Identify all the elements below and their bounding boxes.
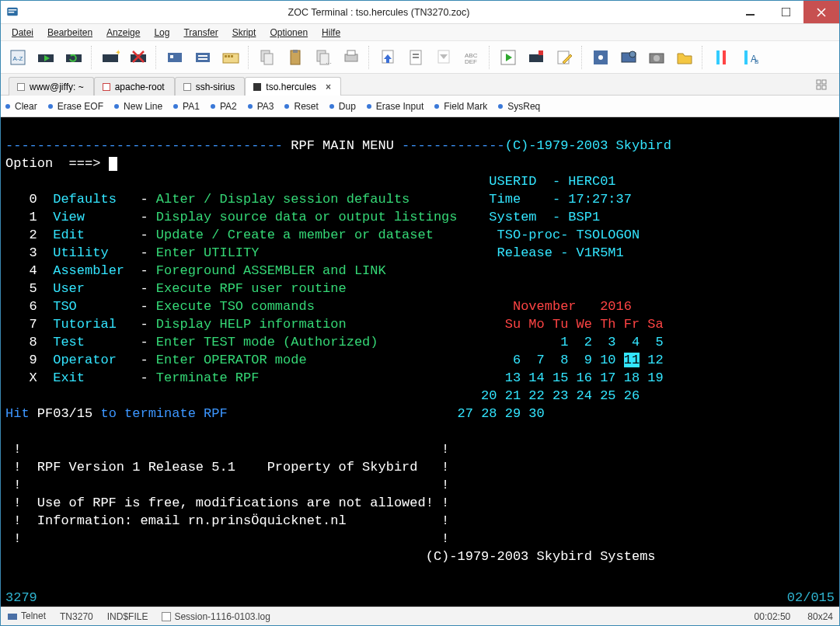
svg-rect-17: [198, 58, 207, 60]
qb-pa1[interactable]: PA1: [173, 101, 200, 112]
qb-sysreq[interactable]: SysReq: [498, 101, 540, 112]
download-button[interactable]: [375, 45, 400, 70]
qb-reset[interactable]: Reset: [284, 101, 318, 112]
print-button[interactable]: [339, 45, 364, 70]
tab-apache-root[interactable]: apache-root: [94, 77, 175, 96]
quickbar: Clear Erase EOF New Line PA1 PA2 PA3 Res…: [1, 96, 839, 117]
qb-pa3[interactable]: PA3: [248, 101, 274, 112]
menu-datei[interactable]: Datei: [5, 26, 40, 40]
qb-clear[interactable]: Clear: [5, 101, 37, 112]
host-directory-button[interactable]: A-Z: [5, 45, 30, 70]
svg-rect-54: [744, 50, 748, 64]
svg-rect-53: [723, 50, 726, 64]
upload-button[interactable]: [431, 45, 456, 70]
options2-button[interactable]: [190, 45, 215, 70]
profile-button[interactable]: [162, 45, 187, 70]
qb-newline[interactable]: New Line: [114, 101, 162, 112]
close-button[interactable]: [803, 1, 839, 23]
svg-text:⋯: ⋯: [326, 60, 332, 67]
text-send-button[interactable]: [403, 45, 428, 70]
tab-tso-hercules[interactable]: tso.hercules×: [245, 77, 341, 96]
close-session-button[interactable]: [126, 45, 151, 70]
hint-b: PF03/15: [37, 406, 92, 421]
svg-point-47: [598, 55, 603, 60]
qb-pa2[interactable]: PA2: [211, 101, 237, 112]
hint-c: to terminate RPF: [92, 406, 227, 421]
status-elapsed: 00:02:50: [755, 611, 791, 622]
cal-w2b: 12: [640, 353, 664, 367]
toolbar-separator: [155, 46, 158, 69]
log-checkbox[interactable]: [162, 612, 171, 621]
telnet-icon: [7, 611, 18, 622]
cursor-icon: [109, 157, 117, 171]
run-script-button[interactable]: [496, 45, 521, 70]
qb-eraseinput[interactable]: Erase Input: [367, 101, 423, 112]
new-session-button[interactable]: ✦: [98, 45, 123, 70]
svg-rect-18: [223, 54, 239, 63]
opt-3-name: Utility: [53, 245, 140, 260]
abc-button[interactable]: ABCDEF: [459, 45, 484, 70]
toolbar-separator: [91, 46, 93, 69]
opt-2-name: Edit: [53, 228, 140, 242]
opt-2-num: 2: [30, 228, 37, 242]
opt-5-desc: Execute RPF user routine: [156, 281, 347, 296]
info-userid: HERC01: [568, 174, 615, 189]
opt-8-name: Test: [53, 335, 140, 350]
svg-rect-20: [228, 55, 230, 57]
info-userid-label: USERID -: [489, 174, 568, 189]
info-release: V1R5M1: [577, 245, 624, 260]
qb-eraseeof[interactable]: Erase EOF: [48, 101, 103, 112]
box-bottom: ! !: [5, 531, 449, 546]
screen-snapshot-button[interactable]: [616, 45, 641, 70]
menu-bearbeiten[interactable]: Bearbeiten: [41, 26, 99, 40]
svg-rect-21: [231, 55, 233, 57]
menu-skript[interactable]: Skript: [226, 26, 263, 40]
qb-dup[interactable]: Dup: [329, 101, 356, 112]
cal-w1: 1 2 3 4 5: [505, 335, 664, 350]
paste-button[interactable]: [283, 45, 308, 70]
minimize-button[interactable]: [732, 1, 768, 23]
menu-anzeige[interactable]: Anzeige: [100, 26, 146, 40]
stop-script-button[interactable]: [524, 45, 549, 70]
tab-close-icon[interactable]: ×: [326, 82, 331, 92]
menu-hilfe[interactable]: Hilfe: [315, 26, 347, 40]
colors-button[interactable]: [709, 45, 734, 70]
edit-script-button[interactable]: [552, 45, 577, 70]
tab-overview-icon[interactable]: [816, 79, 827, 90]
svg-rect-57: [817, 80, 821, 84]
capture-button[interactable]: [644, 45, 669, 70]
svg-text:✦: ✦: [115, 48, 120, 57]
tab-jiffy[interactable]: www@jiffy: ~: [9, 77, 94, 96]
font-button[interactable]: AB: [737, 45, 762, 70]
terminal-screen[interactable]: ----------------------------------- RPF …: [1, 117, 839, 590]
copy-as-button[interactable]: ⋯: [311, 45, 336, 70]
cal-w4: 20 21 22 23 24 25 26: [481, 388, 640, 403]
opt-3-num: 3: [30, 245, 37, 260]
status-bar: Telnet TN3270 IND$FILE Session-1116-0103…: [1, 607, 839, 625]
reconnect-button[interactable]: [61, 45, 86, 70]
svg-rect-14: [170, 55, 173, 58]
copy-button[interactable]: [255, 45, 280, 70]
svg-point-51: [654, 55, 660, 61]
menu-optionen[interactable]: Optionen: [263, 26, 314, 40]
svg-rect-59: [817, 85, 821, 89]
menu-log[interactable]: Log: [148, 26, 176, 40]
info-system-label: System -: [489, 210, 568, 224]
menu-transfer[interactable]: Transfer: [177, 26, 224, 40]
trace-button[interactable]: [588, 45, 613, 70]
svg-rect-4: [782, 8, 790, 16]
svg-rect-16: [198, 55, 207, 57]
quick-connect-button[interactable]: [33, 45, 58, 70]
status-transfer: IND$FILE: [107, 611, 148, 622]
tab-ssh-sirius[interactable]: ssh-sirius: [175, 77, 246, 96]
window-controls: [732, 1, 839, 23]
hdr-copyright: (C)-1979-2003 Skybird: [505, 138, 671, 153]
qb-fieldmark[interactable]: Field Mark: [434, 101, 487, 112]
svg-rect-60: [822, 85, 826, 89]
keymap-button[interactable]: [218, 45, 243, 70]
maximize-button[interactable]: [768, 1, 803, 23]
svg-rect-58: [822, 80, 826, 84]
open-folder-button[interactable]: [672, 45, 697, 70]
opt-5-num: 5: [30, 281, 37, 296]
info-time-label: Time -: [489, 192, 568, 207]
